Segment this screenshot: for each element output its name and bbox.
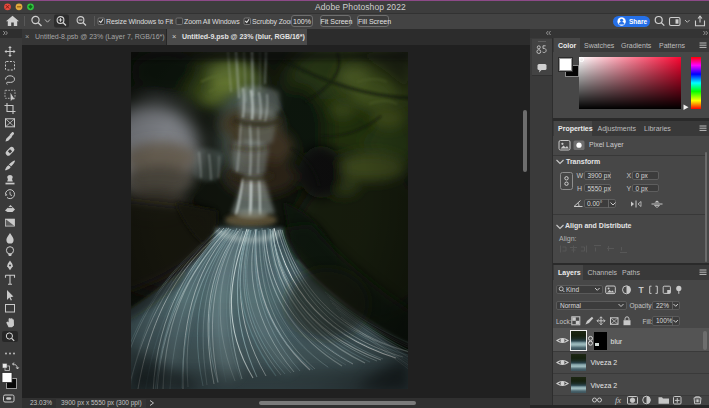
svg-text:fx: fx [615, 395, 621, 405]
svg-text:T: T [639, 285, 645, 295]
